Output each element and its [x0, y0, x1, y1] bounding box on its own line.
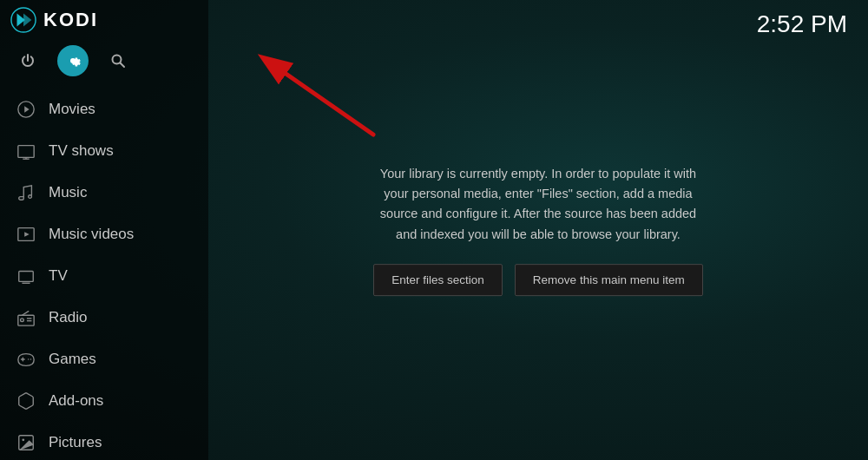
app-title: KODI [43, 9, 98, 31]
nav-label-tv: TV [49, 267, 68, 285]
enter-files-button[interactable]: Enter files section [373, 264, 503, 296]
nav-item-tvshows[interactable]: TV shows [0, 130, 208, 172]
kodi-icon [10, 7, 36, 33]
movies-icon [16, 99, 36, 120]
nav-label-movies: Movies [49, 101, 95, 118]
nav-item-movies[interactable]: Movies [0, 89, 208, 130]
nav-item-music[interactable]: Music [0, 172, 208, 214]
kodi-logo: KODI [10, 7, 98, 33]
nav-item-radio[interactable]: Radio [0, 297, 208, 338]
nav-item-games[interactable]: Games [0, 338, 208, 380]
app-header: KODI [0, 0, 208, 40]
games-icon [16, 349, 36, 370]
nav-item-musicvideos[interactable]: Music videos [0, 214, 208, 255]
nav-item-pictures[interactable]: Pictures [0, 422, 208, 460]
library-action-buttons: Enter files section Remove this main men… [373, 264, 703, 296]
svg-rect-13 [19, 272, 34, 282]
nav-label-radio: Radio [49, 309, 87, 326]
nav-label-games: Games [49, 351, 96, 368]
svg-line-4 [121, 63, 125, 68]
svg-marker-2 [23, 14, 31, 27]
musicvideos-icon [16, 224, 36, 245]
remove-menu-item-button[interactable]: Remove this main menu item [515, 264, 703, 296]
search-button[interactable] [102, 45, 134, 76]
library-empty-text: Your library is currently empty. In orde… [373, 164, 703, 245]
power-button[interactable] [12, 45, 43, 76]
svg-marker-6 [24, 106, 30, 112]
nav-label-pictures: Pictures [49, 434, 102, 451]
svg-marker-12 [24, 232, 30, 237]
search-icon [109, 52, 127, 69]
svg-rect-7 [18, 146, 34, 158]
nav-label-music: Music [49, 184, 87, 201]
pictures-icon [16, 432, 36, 453]
time-display: 2:52 PM [757, 10, 847, 38]
settings-button[interactable] [57, 45, 89, 76]
addons-icon [16, 391, 36, 411]
radio-icon [16, 307, 36, 328]
power-icon [19, 52, 36, 69]
nav-menu: Movies TV shows Music [0, 85, 208, 460]
svg-point-10 [29, 195, 32, 199]
tv-icon [16, 266, 36, 286]
main-content: 2:52 PM Your library is currently empty.… [208, 0, 868, 460]
library-message-area: Your library is currently empty. In orde… [373, 164, 703, 296]
svg-point-20 [22, 438, 24, 441]
sidebar: KODI [0, 0, 208, 460]
nav-item-tv[interactable]: TV [0, 255, 208, 297]
tvshows-icon [16, 141, 36, 161]
music-icon [16, 182, 36, 203]
nav-label-tvshows: TV shows [49, 142, 114, 160]
settings-icon [64, 52, 82, 69]
svg-point-16 [21, 319, 24, 322]
nav-label-addons: Add-ons [49, 392, 103, 410]
nav-label-musicvideos: Music videos [49, 226, 134, 243]
header-controls [0, 40, 208, 85]
nav-item-addons[interactable]: Add-ons [0, 380, 208, 422]
